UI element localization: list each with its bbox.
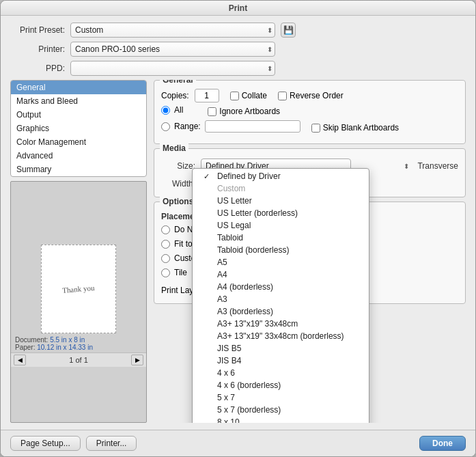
done-button[interactable]: Done: [419, 436, 466, 451]
sidebar-item-output[interactable]: Output: [11, 108, 146, 122]
reverse-order-label: Reverse Order: [290, 91, 344, 100]
next-page-button[interactable]: ▶: [131, 355, 143, 365]
do-not-scale-radio[interactable]: [161, 225, 170, 234]
range-row: Range: Skip Blank Artboards: [161, 120, 458, 135]
dropdown-item-label: US Legal: [217, 221, 251, 230]
all-radio[interactable]: [161, 106, 170, 115]
sidebar-item-color-management[interactable]: Color Management: [11, 135, 146, 149]
dropdown-item-label: JIS B5: [217, 344, 241, 353]
printer-label: Printer:: [10, 44, 65, 54]
dropdown-item-label: A4: [217, 270, 227, 279]
fit-to-page-radio[interactable]: [161, 240, 170, 249]
copies-row: Copies:: [161, 89, 219, 102]
skip-blank-row: Skip Blank Artboards: [311, 123, 399, 133]
dropdown-item[interactable]: Custom: [193, 182, 369, 195]
dropdown-item[interactable]: A5: [193, 256, 369, 268]
dropdown-item[interactable]: US Letter: [193, 195, 369, 207]
dropdown-item-label: A4 (borderless): [217, 282, 273, 292]
body-row: General Marks and Bleed Output Graphics …: [10, 80, 466, 423]
dropdown-item[interactable]: 4 x 6: [193, 367, 369, 379]
ignore-artboards-label: Ignore Artboards: [219, 107, 280, 116]
dropdown-item[interactable]: A4: [193, 268, 369, 281]
preview-text: Thank you: [62, 283, 95, 294]
document-value: 5.5 in x 8 in: [50, 336, 85, 344]
dropdown-item[interactable]: ✓Defined by Driver: [193, 170, 369, 182]
main-content: Print Preset: Custom ⬍ 💾 Printer: Canon …: [1, 16, 475, 430]
dropdown-item[interactable]: 4 x 6 (borderless): [193, 379, 369, 391]
range-input[interactable]: [205, 120, 300, 133]
dropdown-item[interactable]: JIS B5: [193, 342, 369, 355]
tile-radio[interactable]: [161, 268, 170, 277]
document-label: Document:: [15, 336, 50, 344]
printer-button[interactable]: Printer...: [86, 436, 137, 451]
dropdown-item[interactable]: A3 (borderless): [193, 305, 369, 318]
left-panel: General Marks and Bleed Output Graphics …: [10, 80, 147, 423]
copies-collate-row: Copies: Collate Reverse Order: [161, 89, 458, 102]
sidebar-item-general[interactable]: General: [11, 81, 146, 94]
reverse-order-row: Reverse Order: [278, 91, 344, 100]
all-radio-row: All: [161, 105, 183, 115]
copies-input[interactable]: [195, 89, 219, 102]
range-radio[interactable]: [161, 122, 170, 131]
dropdown-item-label: US Letter (borderless): [217, 208, 298, 218]
preview-box: Thank you Document: 5.5 in x 8 in Paper:…: [10, 181, 147, 423]
dropdown-item[interactable]: A4 (borderless): [193, 281, 369, 293]
dropdown-item-label: Custom: [217, 184, 245, 193]
save-preset-button[interactable]: 💾: [281, 23, 296, 38]
dropdown-item-label: 4 x 6 (borderless): [217, 380, 281, 390]
collate-checkbox[interactable]: [230, 92, 239, 100]
reverse-order-checkbox[interactable]: [278, 92, 287, 100]
dropdown-item[interactable]: 5 x 7 (borderless): [193, 404, 369, 416]
collate-row: Collate: [230, 91, 267, 100]
dropdown-item-label: A3+ 13"x19" 33x48cm: [217, 319, 298, 329]
dropdown-item-label: 8 x 10: [217, 417, 240, 423]
window-title: Print: [229, 3, 247, 13]
dropdown-item-label: US Letter: [217, 196, 252, 206]
preset-select[interactable]: Custom: [70, 23, 275, 38]
skip-blank-label: Skip Blank Artboards: [323, 123, 399, 133]
dropdown-item-label: 5 x 7 (borderless): [217, 405, 281, 415]
sidebar: General Marks and Bleed Output Graphics …: [10, 80, 147, 177]
sidebar-item-summary[interactable]: Summary: [11, 163, 146, 176]
dropdown-item[interactable]: Tabloid: [193, 232, 369, 244]
media-section: Media Size: Defined by Driver ⬍ Transver…: [154, 148, 466, 197]
sidebar-item-graphics[interactable]: Graphics: [11, 122, 146, 135]
sidebar-item-marks-bleed[interactable]: Marks and Bleed: [11, 94, 146, 108]
custom-scale-radio[interactable]: [161, 254, 170, 263]
range-radio-row: Range:: [161, 120, 300, 133]
copies-label: Copies:: [161, 91, 189, 100]
range-label: Range:: [174, 122, 201, 131]
ignore-artboards-checkbox[interactable]: [208, 107, 216, 116]
checkmark-icon: ✓: [204, 172, 213, 181]
ppd-select[interactable]: [70, 61, 275, 76]
dropdown-item[interactable]: A3: [193, 293, 369, 305]
dropdown-item[interactable]: US Legal: [193, 219, 369, 232]
page-indicator: 1 of 1: [69, 356, 88, 364]
prev-page-button[interactable]: ◀: [14, 355, 26, 365]
sidebar-item-advanced[interactable]: Advanced: [11, 149, 146, 163]
skip-blank-checkbox[interactable]: [311, 124, 320, 133]
dropdown-item[interactable]: US Letter (borderless): [193, 207, 369, 219]
dropdown-item-label: 4 x 6: [217, 368, 235, 378]
preview-nav: ◀ 1 of 1 ▶: [11, 352, 146, 367]
bottom-bar: Page Setup... Printer... Done: [1, 430, 475, 456]
dropdown-item[interactable]: 5 x 7: [193, 391, 369, 404]
dropdown-item[interactable]: JIS B4: [193, 355, 369, 367]
size-dropdown: ✓Defined by DriverCustomUS LetterUS Lett…: [192, 168, 369, 423]
bottom-left: Page Setup... Printer...: [10, 436, 137, 451]
media-section-title: Media: [160, 143, 188, 153]
dropdown-item[interactable]: A3+ 13"x19" 33x48cm (borderless): [193, 330, 369, 342]
dropdown-item[interactable]: A3+ 13"x19" 33x48cm: [193, 318, 369, 330]
ppd-row: PPD: ⬍: [10, 61, 466, 76]
printer-row: Printer: Canon PRO-100 series ⬍: [10, 42, 466, 57]
preset-label: Print Preset:: [10, 25, 65, 35]
print-window: Print Print Preset: Custom ⬍ 💾 Printer: …: [0, 0, 476, 457]
printer-select[interactable]: Canon PRO-100 series: [70, 42, 275, 57]
dropdown-item-label: A3: [217, 294, 227, 304]
dropdown-item[interactable]: 8 x 10: [193, 416, 369, 423]
preset-select-wrap: Custom ⬍: [70, 23, 275, 38]
page-setup-button[interactable]: Page Setup...: [10, 436, 81, 451]
printer-select-wrap: Canon PRO-100 series ⬍: [70, 42, 275, 57]
dropdown-item-label: Tabloid (borderless): [217, 245, 289, 255]
dropdown-item[interactable]: Tabloid (borderless): [193, 244, 369, 256]
